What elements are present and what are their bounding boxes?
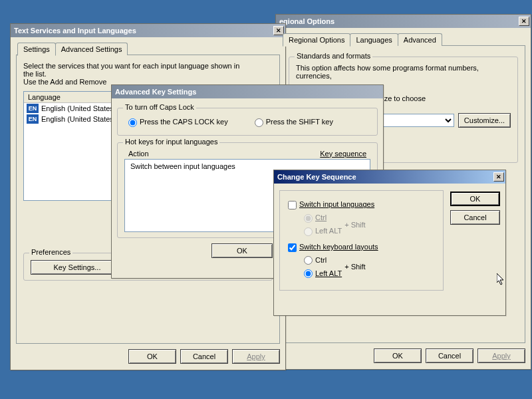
titlebar[interactable]: egional Options ✕ (276, 15, 531, 28)
radio-shift[interactable]: Press the SHIFT key (255, 118, 333, 127)
capslock-legend: To turn off Caps Lock (123, 103, 196, 111)
lang-badge-icon: EN (27, 114, 39, 124)
tab-advanced[interactable]: Advanced (398, 33, 442, 46)
tab-advanced-settings[interactable]: Advanced Settings (55, 43, 128, 55)
customize-button[interactable]: Customize... (458, 113, 511, 128)
ok-button[interactable]: OK (128, 349, 176, 364)
preferences-legend: Preferences (29, 248, 72, 256)
radio-ctrl-2[interactable]: Ctrl (304, 256, 327, 264)
plus-shift-2: + Shift (344, 263, 366, 271)
window-title: Change Key Sequence (277, 173, 356, 181)
cancel-button[interactable]: Cancel (180, 349, 228, 364)
lang-badge-icon: EN (27, 104, 39, 113)
plus-shift-1: + Shift (344, 221, 366, 229)
ok-button[interactable]: OK (211, 243, 273, 258)
key-settings-button[interactable]: Key Settings... (31, 260, 124, 275)
ok-button[interactable]: OK (374, 348, 422, 363)
col-action: Action (128, 150, 320, 158)
cancel-button[interactable]: Cancel (450, 210, 500, 225)
window-title: egional Options (279, 17, 334, 25)
window-title: Advanced Key Settings (115, 88, 196, 96)
radio-leftalt-1[interactable]: Left ALT (304, 227, 342, 235)
titlebar[interactable]: Change Key Sequence ✕ (274, 170, 505, 184)
apply-button[interactable]: Apply (232, 349, 280, 364)
tab-languages[interactable]: Languages (350, 33, 398, 46)
close-icon[interactable]: ✕ (493, 172, 504, 182)
ok-button[interactable]: OK (450, 192, 500, 206)
switch-keyboard-layouts-checkbox[interactable]: Switch keyboard layouts (288, 243, 378, 251)
hotkeys-legend: Hot keys for input languages (123, 138, 219, 146)
switch-input-languages-checkbox[interactable]: Switch input languages (288, 200, 374, 208)
svg-marker-0 (497, 273, 503, 285)
col-key-sequence: Key sequence (320, 150, 366, 158)
tab-regional-options[interactable]: Regional Options (283, 33, 350, 47)
apply-button[interactable]: Apply (477, 348, 525, 363)
radio-capslock[interactable]: Press the CAPS LOCK key (128, 118, 228, 127)
radio-ctrl-1[interactable]: Ctrl (304, 213, 327, 221)
close-icon[interactable]: ✕ (519, 17, 529, 26)
intro-text: Select the services that you want for ea… (23, 62, 243, 78)
cursor-icon (497, 273, 506, 287)
standards-text: This option affects how some programs fo… (296, 64, 511, 80)
radio-leftalt-2[interactable]: Left ALT (304, 269, 342, 277)
change-key-sequence-window: Change Key Sequence ✕ Switch input langu… (273, 170, 506, 316)
standards-legend: Standards and formats (295, 52, 372, 60)
tab-settings[interactable]: Settings (17, 43, 56, 56)
window-title: Text Services and Input Languages (14, 27, 136, 35)
titlebar[interactable]: Advanced Key Settings (112, 85, 383, 98)
titlebar[interactable]: Text Services and Input Languages ✕ (11, 24, 285, 37)
cancel-button[interactable]: Cancel (426, 348, 473, 363)
